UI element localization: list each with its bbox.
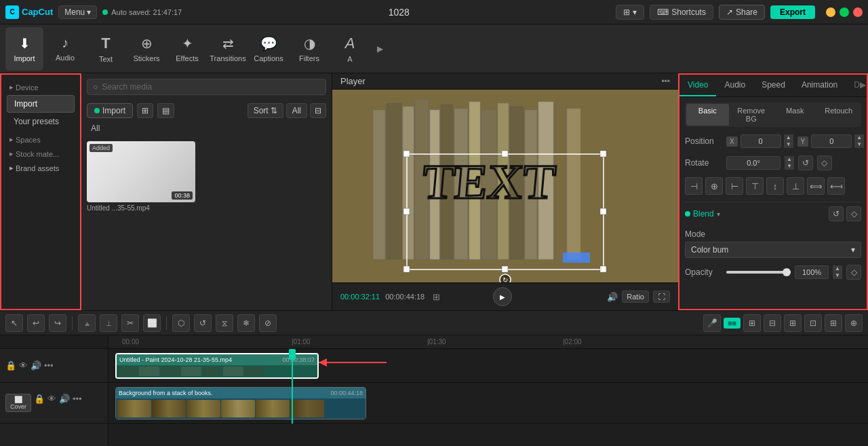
- crop-button[interactable]: ⬡: [172, 314, 190, 332]
- device-section[interactable]: ▸ Device: [4, 80, 77, 94]
- maximize-button[interactable]: [840, 7, 849, 17]
- close-button[interactable]: [853, 7, 863, 17]
- blend-mode-select-container[interactable]: Color bum ▾: [685, 242, 861, 258]
- blend-mode-dropdown[interactable]: Color bum ▾: [685, 242, 861, 258]
- search-box[interactable]: ○ Search media: [87, 79, 326, 95]
- align-right-button[interactable]: ⊢: [726, 177, 743, 195]
- tab-animation[interactable]: Animation: [793, 75, 846, 96]
- opacity-up[interactable]: ▲: [833, 265, 842, 272]
- export-button[interactable]: Export: [770, 5, 815, 19]
- timeline-grid[interactable]: ⊞: [825, 314, 842, 332]
- rotate-down[interactable]: ▼: [785, 163, 794, 170]
- tool-a[interactable]: A A: [331, 27, 369, 71]
- tool-import[interactable]: ⬇ Import: [5, 27, 43, 71]
- rotate-up[interactable]: ▲: [785, 156, 794, 163]
- eye-icon[interactable]: 👁: [19, 360, 28, 371]
- align-top-button[interactable]: ⊤: [746, 177, 764, 195]
- y-up[interactable]: ▲: [854, 134, 864, 141]
- nav-import[interactable]: Import: [7, 95, 75, 113]
- align-left-button[interactable]: ⊣: [685, 177, 703, 195]
- play-button[interactable]: ▶: [493, 287, 512, 306]
- undo-button[interactable]: ↩: [27, 314, 45, 332]
- filter-button[interactable]: ⊟: [310, 103, 326, 118]
- tool-text[interactable]: T Text: [87, 27, 125, 71]
- sub-tab-mask[interactable]: Mask: [774, 104, 816, 126]
- rotate-stepper[interactable]: ▲ ▼: [785, 156, 794, 170]
- tool-filters[interactable]: ◑ Filters: [290, 27, 328, 71]
- rotate-link-button[interactable]: ◇: [817, 155, 832, 170]
- sort-button[interactable]: Sort ⇅: [248, 103, 283, 118]
- rotate-ccw-button[interactable]: ↺: [798, 155, 813, 170]
- all-filter-button[interactable]: All: [286, 103, 307, 118]
- media-import-button[interactable]: Import: [87, 103, 133, 118]
- speed-tl-button[interactable]: ⊘: [259, 314, 277, 332]
- track2-lock-icon[interactable]: 🔒: [34, 394, 45, 412]
- opacity-down[interactable]: ▼: [833, 272, 842, 279]
- timeline-view-2[interactable]: ⊞: [743, 314, 761, 332]
- tool-captions[interactable]: 💬 Captions: [250, 27, 288, 71]
- x-stepper[interactable]: ▲ ▼: [784, 134, 793, 148]
- share-button[interactable]: ↗ Share: [719, 5, 765, 20]
- timeline-view-3[interactable]: ⊟: [764, 314, 781, 332]
- toolbar-more-button[interactable]: ▶: [372, 27, 388, 71]
- cursor-tool[interactable]: ↖: [5, 314, 23, 332]
- mic-button[interactable]: 🎤: [703, 314, 721, 332]
- opacity-stepper[interactable]: ▲ ▼: [833, 265, 842, 279]
- tab-speed[interactable]: Speed: [753, 75, 793, 96]
- shortcuts-button[interactable]: ⌨ Shortcuts: [650, 5, 713, 20]
- rotate-value[interactable]: 0.0°: [726, 156, 781, 170]
- grid-view-button[interactable]: ⊞: [137, 103, 153, 118]
- y-down[interactable]: ▼: [854, 141, 864, 148]
- tab-all[interactable]: All: [87, 122, 104, 135]
- list-view-button[interactable]: ▤: [157, 103, 174, 118]
- timeline-active-view-1[interactable]: ≡≡: [724, 318, 741, 329]
- audio-icon[interactable]: 🔊: [31, 360, 41, 371]
- delete-button[interactable]: ⬜: [143, 314, 161, 332]
- redo-button[interactable]: ↪: [49, 314, 66, 332]
- screen-layout-button[interactable]: ⊞ ▾: [616, 5, 644, 20]
- rotate-tl-button[interactable]: ↺: [194, 314, 212, 332]
- ratio-button[interactable]: Ratio: [622, 291, 649, 303]
- sub-tab-basic[interactable]: Basic: [686, 104, 729, 126]
- tab-more[interactable]: D▶: [846, 75, 868, 96]
- brand-assets-section[interactable]: ▸ Brand assets: [4, 161, 77, 175]
- align-center-h-button[interactable]: ⊕: [705, 177, 723, 195]
- tool-effects[interactable]: ✦ Effects: [168, 27, 206, 71]
- tool-transitions[interactable]: ⇄ Transitions: [209, 27, 247, 71]
- menu-button[interactable]: Menu ▾: [58, 5, 97, 19]
- minimize-button[interactable]: [826, 7, 835, 17]
- timeline-settings[interactable]: ⊕: [845, 314, 863, 332]
- blend-copy-button[interactable]: ◇: [846, 206, 861, 221]
- tab-audio[interactable]: Audio: [716, 75, 753, 96]
- opacity-thumb[interactable]: [783, 268, 791, 276]
- clip-1[interactable]: Untitled - Paint 2024-10-28 21-35-55.mp4…: [115, 353, 319, 379]
- track2-more-icon[interactable]: •••: [73, 394, 82, 412]
- player-menu-dots[interactable]: •••: [661, 77, 670, 86]
- sub-tab-retouch[interactable]: Retouch: [818, 104, 861, 126]
- trim-button[interactable]: ⟂: [100, 314, 117, 332]
- more-icon[interactable]: •••: [44, 360, 54, 371]
- stock-section[interactable]: ▸ Stock mate...: [4, 147, 77, 161]
- tool-stickers[interactable]: ⊕ Stickers: [127, 27, 165, 71]
- media-item[interactable]: Added 00:38 Untitled ...35-55.mp4: [87, 141, 326, 212]
- opacity-slider[interactable]: [726, 271, 791, 274]
- spaces-section[interactable]: ▸ Spaces: [4, 132, 77, 147]
- opacity-value[interactable]: 100%: [795, 265, 829, 279]
- align-bottom-button[interactable]: ⊥: [787, 177, 804, 195]
- x-up[interactable]: ▲: [784, 134, 793, 141]
- clip-2[interactable]: Background from a stack of books. 00:00:…: [115, 387, 366, 420]
- track2-eye-icon[interactable]: 👁: [47, 394, 56, 412]
- sub-tab-remove-bg[interactable]: Remove BG: [730, 104, 773, 126]
- x-down[interactable]: ▼: [784, 141, 793, 148]
- volume-icon[interactable]: 🔊: [607, 292, 618, 302]
- nav-presets[interactable]: Your presets: [7, 113, 75, 130]
- y-value[interactable]: 0: [811, 134, 852, 148]
- blend-reset-button[interactable]: ↺: [829, 206, 844, 221]
- y-stepper[interactable]: ▲ ▼: [854, 134, 864, 148]
- grid-overlay-button[interactable]: ⊞: [433, 292, 440, 302]
- cover-button[interactable]: ⬜ Cover: [5, 394, 31, 412]
- lock-icon[interactable]: 🔒: [5, 360, 16, 371]
- tab-video[interactable]: Video: [679, 75, 716, 96]
- align-extra-2[interactable]: ⟻: [827, 177, 845, 195]
- fullscreen-button[interactable]: ⛶: [653, 291, 670, 303]
